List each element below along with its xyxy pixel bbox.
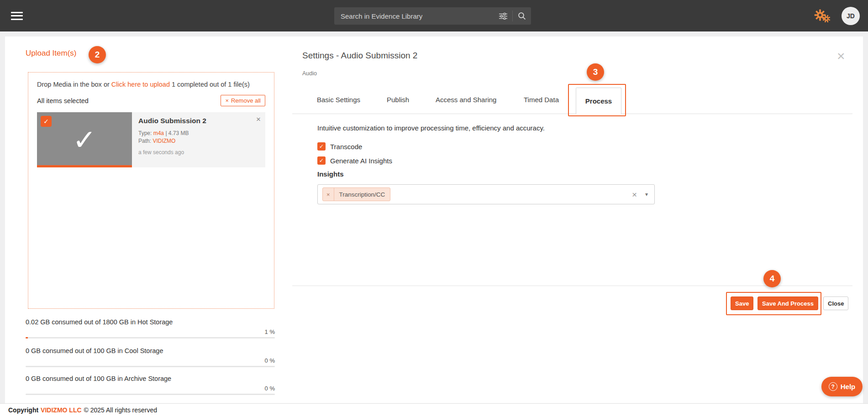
dropdown-caret-icon[interactable]: ▾ xyxy=(645,191,648,198)
tab-process[interactable]: Process xyxy=(576,88,621,114)
item-size: 4.73 MB xyxy=(168,130,189,136)
insights-tag: × Transcription/CC xyxy=(322,187,390,201)
tab-access-and-sharing[interactable]: Access and Sharing xyxy=(436,96,496,104)
item-info: Audio Submission 2 Type: m4a | 4.73 MB P… xyxy=(132,112,265,167)
hot-storage-meter: 0.02 GB consumed out of 1800 GB in Hot S… xyxy=(26,318,275,338)
settings-title: Settings - Audio Submission 2 xyxy=(302,51,417,61)
dropzone-text: Drop Media in the box or xyxy=(37,81,110,88)
item-type-size: Type: m4a | 4.73 MB xyxy=(138,130,259,137)
remove-all-button[interactable]: × Remove all xyxy=(221,95,265,106)
archive-storage-track xyxy=(26,394,275,395)
search-bar xyxy=(334,7,531,25)
tag-label: Transcription/CC xyxy=(334,191,390,198)
vidizmo-link[interactable]: VIDIZMO LLC xyxy=(41,406,81,414)
cool-storage-track xyxy=(26,366,275,367)
insights-select[interactable]: × Transcription/CC × ▾ xyxy=(317,184,655,204)
cool-storage-percent: 0 % xyxy=(26,357,275,364)
remove-all-x-icon: × xyxy=(225,97,229,104)
avatar[interactable]: JD xyxy=(842,7,860,25)
archive-storage-label: 0 GB consumed out of 100 GB in Archive S… xyxy=(26,375,275,382)
dropzone-instructions: Drop Media in the box or Click here to u… xyxy=(37,81,265,88)
clear-selection-icon[interactable]: × xyxy=(632,190,637,199)
insights-label: Insights xyxy=(317,170,344,178)
menu-icon[interactable] xyxy=(11,12,23,20)
copyright-label: Copyright xyxy=(8,406,38,414)
topbar-right: JD xyxy=(813,0,860,31)
path-label: Path: xyxy=(138,138,151,144)
remove-all-label: Remove all xyxy=(231,97,261,104)
step-4-badge: 4 xyxy=(763,270,781,287)
tab-timed-data[interactable]: Timed Data xyxy=(524,96,559,104)
item-remove-icon[interactable]: × xyxy=(256,115,261,124)
upload-dropzone[interactable]: Drop Media in the box or Click here to u… xyxy=(28,72,274,309)
help-label: Help xyxy=(841,383,856,390)
transcode-label: Transcode xyxy=(330,143,362,151)
upload-progress-bar xyxy=(37,165,132,167)
step-3-badge: 3 xyxy=(587,63,604,81)
help-button[interactable]: ? Help xyxy=(821,377,863,396)
main-content: Upload Item(s) 2 Drop Media in the box o… xyxy=(5,36,863,403)
save-and-process-button[interactable]: Save And Process xyxy=(758,296,818,310)
tab-basic-settings[interactable]: Basic Settings xyxy=(317,96,360,104)
transcode-checkbox[interactable]: ✓ xyxy=(317,142,326,151)
footer: Copyright VIDIZMO LLC © 2025 All rights … xyxy=(0,403,868,416)
item-thumbnail: ✓ ✓ xyxy=(37,112,132,167)
ai-insights-checkbox[interactable]: ✓ xyxy=(317,156,326,165)
transcode-checkbox-row[interactable]: ✓ Transcode xyxy=(317,142,362,151)
cool-storage-label: 0 GB consumed out of 100 GB in Cool Stor… xyxy=(26,347,275,354)
tabs-divider xyxy=(292,114,852,114)
process-description: Intuitive customization to improve proce… xyxy=(317,124,545,132)
ai-insights-checkbox-row[interactable]: ✓ Generate AI Insights xyxy=(317,156,392,165)
all-items-selected-label: All items selected xyxy=(37,97,89,104)
ai-insights-label: Generate AI Insights xyxy=(330,157,392,165)
upload-progress-text: 1 completed out of 1 file(s) xyxy=(172,81,250,88)
archive-storage-percent: 0 % xyxy=(26,385,275,392)
upload-items-title: Upload Item(s) xyxy=(26,49,76,58)
search-icon[interactable] xyxy=(513,12,531,20)
settings-close-icon[interactable]: × xyxy=(837,49,845,63)
upload-item[interactable]: ✓ ✓ Audio Submission 2 Type: m4a | 4.73 … xyxy=(37,112,265,167)
search-input[interactable] xyxy=(334,12,494,20)
settings-subtitle: Audio xyxy=(302,70,317,77)
tab-publish[interactable]: Publish xyxy=(387,96,409,104)
item-selected-checkbox[interactable]: ✓ xyxy=(41,116,52,127)
item-path: Path: VIDIZMO xyxy=(138,137,259,145)
cool-storage-meter: 0 GB consumed out of 100 GB in Cool Stor… xyxy=(26,347,275,367)
upload-complete-check-icon: ✓ xyxy=(73,126,96,154)
step-2-badge: 2 xyxy=(89,46,106,63)
separator: | xyxy=(165,130,167,136)
hot-storage-track xyxy=(26,337,275,338)
item-title: Audio Submission 2 xyxy=(138,117,259,125)
hot-storage-label: 0.02 GB consumed out of 1800 GB in Hot S… xyxy=(26,318,275,326)
help-question-icon: ? xyxy=(829,382,837,391)
remove-tag-icon[interactable]: × xyxy=(323,188,334,201)
hot-storage-percent: 1 % xyxy=(26,328,275,335)
archive-storage-meter: 0 GB consumed out of 100 GB in Archive S… xyxy=(26,375,275,395)
save-button[interactable]: Save xyxy=(731,296,753,310)
close-button[interactable]: Close xyxy=(823,296,848,310)
settings-gears-icon[interactable] xyxy=(813,9,831,23)
type-label: Type: xyxy=(138,130,152,136)
path-value[interactable]: VIDIZMO xyxy=(153,138,175,144)
topbar: JD xyxy=(0,0,868,31)
rights-text: © 2025 All rights reserved xyxy=(84,406,158,414)
type-value: m4a xyxy=(153,130,164,136)
filter-sliders-icon[interactable] xyxy=(494,13,512,20)
item-timestamp: a few seconds ago xyxy=(138,149,259,156)
click-to-upload-link[interactable]: Click here to upload xyxy=(111,81,170,88)
